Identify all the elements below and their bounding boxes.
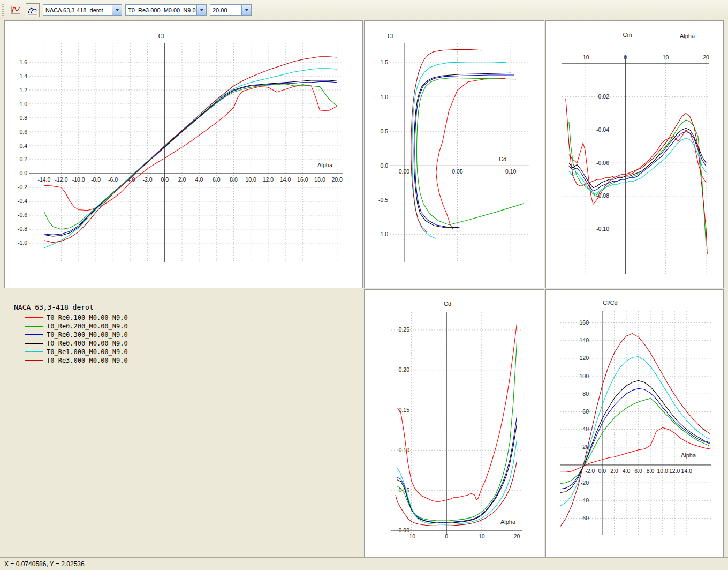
chart-cl-vs-alpha[interactable]: -14.0-12.0-10.0-8.0-6.0-4.0-2.00.02.04.0… — [4, 20, 363, 288]
alpha-combobox[interactable]: 20.00 — [210, 4, 252, 16]
svg-text:160: 160 — [579, 319, 589, 326]
polar-graph-icon-button[interactable] — [9, 3, 22, 17]
axes — [562, 56, 709, 274]
series — [411, 50, 524, 239]
svg-text:Cd: Cd — [499, 156, 506, 162]
svg-text:0.00: 0.00 — [399, 527, 410, 534]
series-line — [414, 73, 511, 228]
svg-text:8.0: 8.0 — [647, 468, 655, 474]
svg-text:0.0: 0.0 — [380, 162, 388, 169]
curve-settings-icon-button[interactable] — [26, 3, 40, 17]
svg-text:20.0: 20.0 — [332, 176, 343, 183]
legend-item: T0_Re1.000_M0.00_N9.0 — [4, 348, 363, 356]
chevron-down-glyph — [200, 9, 203, 11]
legend-color-line — [25, 334, 43, 335]
airfoil-combobox[interactable]: NACA 63,3-418_derot — [43, 4, 122, 16]
svg-text:80: 80 — [582, 391, 589, 397]
svg-text:0.2: 0.2 — [19, 156, 27, 162]
chart-cd-vs-alpha[interactable]: -10010200.250.200.150.100.050.00CdAlpha — [364, 289, 544, 557]
svg-text:-40: -40 — [581, 497, 589, 504]
toolbar-grip[interactable] — [2, 4, 4, 16]
svg-text:-6.0: -6.0 — [108, 176, 118, 183]
series-line — [44, 84, 337, 229]
tick-labels: -10010200.250.200.150.100.050.00CdAlpha — [399, 301, 520, 539]
legend-color-line — [25, 326, 43, 327]
tick-labels: -14.0-12.0-10.0-8.0-6.0-4.0-2.00.02.04.0… — [18, 33, 343, 246]
svg-text:10.0: 10.0 — [246, 176, 257, 183]
svg-text:140: 140 — [579, 337, 589, 343]
svg-text:18.0: 18.0 — [314, 176, 325, 183]
legend-item-label: T0_Re0.400_M0.00_N9.0 — [47, 340, 128, 347]
legend-item: T0_Re0.200_M0.00_N9.0 — [4, 322, 363, 331]
svg-text:0.05: 0.05 — [452, 168, 463, 175]
chart-clcd-vs-alpha[interactable]: -2.00.02.04.06.08.010.012.014.0160140120… — [545, 289, 724, 557]
svg-text:0.10: 0.10 — [399, 447, 410, 453]
svg-text:100: 100 — [579, 373, 589, 379]
series-line — [397, 342, 517, 521]
svg-text:-2.0: -2.0 — [585, 468, 595, 474]
series-line — [436, 78, 506, 229]
legend-item: T0_Re3.000_M0.00_N9.0 — [4, 356, 363, 365]
series-line — [44, 85, 337, 211]
legend-item-label: T0_Re1.000_M0.00_N9.0 — [47, 348, 128, 356]
svg-text:-0.04: -0.04 — [596, 126, 609, 133]
svg-text:2.0: 2.0 — [178, 176, 186, 183]
svg-text:0.0: 0.0 — [598, 468, 606, 474]
chart-cm-vs-alpha[interactable]: -1001020-0.02-0.04-0.06-0.08-0.10CmAlpha — [545, 20, 724, 288]
series-line — [396, 461, 517, 526]
svg-text:Cl/Cd: Cl/Cd — [603, 299, 618, 306]
svg-text:-0.6: -0.6 — [18, 212, 27, 218]
series-line — [411, 50, 482, 232]
svg-text:16.0: 16.0 — [297, 176, 308, 183]
chevron-down-icon[interactable] — [196, 5, 206, 15]
svg-text:Cm: Cm — [623, 32, 632, 38]
svg-text:-14.0: -14.0 — [37, 176, 50, 183]
chart-canvas: 0.000.050.101.51.00.50.0-0.5-1.0ClCd — [365, 21, 544, 288]
svg-text:-12.0: -12.0 — [55, 176, 68, 183]
polar-graph-icon — [10, 5, 21, 16]
svg-text:0.6: 0.6 — [19, 129, 27, 135]
svg-text:0: 0 — [445, 533, 448, 539]
chevron-down-icon[interactable] — [112, 5, 122, 15]
svg-text:Cd: Cd — [444, 301, 451, 307]
svg-text:1.2: 1.2 — [19, 87, 27, 93]
svg-text:0.5: 0.5 — [380, 128, 388, 134]
svg-text:6.0: 6.0 — [213, 176, 221, 183]
series-line — [44, 69, 337, 248]
legend-item: T0_Re0.300_M0.00_N9.0 — [4, 331, 363, 339]
svg-text:120: 120 — [579, 355, 589, 361]
svg-text:-0.4: -0.4 — [18, 198, 27, 204]
legend-item-label: T0_Re3.000_M0.00_N9.0 — [47, 357, 128, 364]
svg-text:10: 10 — [479, 533, 485, 539]
svg-text:-0.5: -0.5 — [378, 197, 388, 203]
svg-text:0.00: 0.00 — [399, 168, 410, 175]
svg-text:1.4: 1.4 — [19, 73, 27, 79]
legend-airfoil-name: NACA 63,3-418_derot — [4, 289, 363, 313]
chevron-down-icon[interactable] — [241, 5, 251, 15]
svg-text:-10: -10 — [407, 533, 415, 539]
svg-text:Alpha: Alpha — [681, 452, 696, 459]
svg-text:1.0: 1.0 — [19, 101, 27, 107]
chart-canvas: -2.00.02.04.06.08.010.012.014.0160140120… — [546, 290, 723, 557]
series — [396, 324, 517, 526]
legend-color-line — [25, 351, 43, 352]
svg-text:0.8: 0.8 — [19, 115, 27, 121]
chevron-down-glyph — [245, 9, 248, 11]
svg-text:Cl: Cl — [158, 33, 164, 39]
svg-text:60: 60 — [582, 408, 589, 415]
svg-text:0.10: 0.10 — [505, 168, 517, 175]
svg-text:2.0: 2.0 — [610, 468, 618, 474]
series-line — [569, 130, 706, 204]
polar-combobox[interactable]: T0_Re3.000_M0.00_N9.0 — [125, 4, 207, 16]
chart-cl-vs-cd[interactable]: 0.000.050.101.51.00.50.0-0.5-1.0ClCd — [364, 20, 544, 288]
svg-text:12.0: 12.0 — [669, 468, 680, 474]
alpha-combobox-value: 20.00 — [210, 7, 241, 13]
legend-color-line — [25, 343, 43, 344]
polar-combobox-value: T0_Re3.000_M0.00_N9.0 — [126, 7, 196, 13]
airfoil-combobox-value: NACA 63,3-418_derot — [43, 7, 112, 13]
polar-legend: NACA 63,3-418_derot T0_Re0.100_M0.00_N9.… — [4, 289, 363, 557]
toolbar: NACA 63,3-418_derot T0_Re3.000_M0.00_N9.… — [0, 0, 728, 20]
tick-labels: -1001020-0.02-0.04-0.06-0.08-0.10CmAlpha — [581, 32, 709, 232]
svg-text:Cl: Cl — [388, 33, 393, 39]
series-line — [397, 440, 517, 524]
